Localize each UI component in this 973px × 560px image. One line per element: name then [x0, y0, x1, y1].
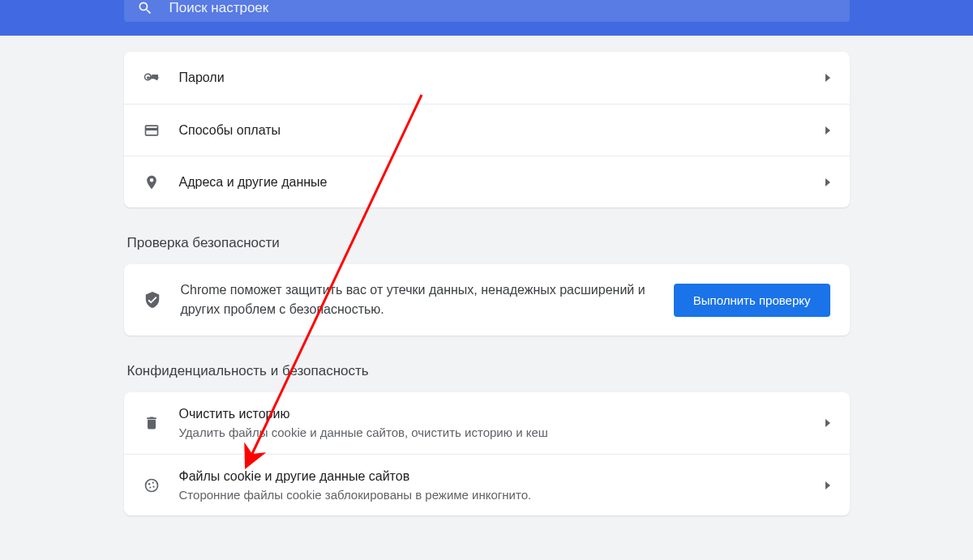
run-safety-check-button[interactable]: Выполнить проверку — [674, 284, 830, 317]
credit-card-icon — [144, 122, 160, 139]
safety-card: Chrome поможет защитить вас от утечки да… — [124, 264, 850, 336]
trash-icon — [144, 415, 160, 431]
svg-point-5 — [152, 485, 154, 487]
shield-check-icon — [144, 291, 161, 309]
row-subtitle: Удалить файлы cookie и данные сайтов, оч… — [179, 425, 825, 441]
cookie-icon — [144, 477, 160, 494]
search-box[interactable] — [124, 0, 850, 22]
row-title: Файлы cookie и другие данные сайтов — [179, 468, 825, 485]
row-title: Адреса и другие данные — [179, 173, 825, 191]
svg-point-0 — [147, 76, 150, 79]
header — [0, 0, 973, 36]
key-icon — [144, 70, 160, 86]
autofill-card: Пароли Способы оплаты Адреса и другие да… — [124, 52, 850, 207]
row-addresses[interactable]: Адреса и другие данные — [124, 156, 850, 207]
chevron-right-icon — [825, 481, 830, 489]
safety-description: Chrome поможет защитить вас от утечки да… — [181, 280, 674, 319]
row-passwords[interactable]: Пароли — [124, 52, 850, 104]
search-input[interactable] — [169, 0, 837, 16]
search-icon — [137, 0, 153, 16]
row-title: Пароли — [179, 69, 825, 87]
location-pin-icon — [144, 174, 160, 190]
chevron-right-icon — [825, 126, 830, 135]
safety-heading: Проверка безопасности — [124, 235, 850, 251]
chevron-right-icon — [825, 74, 830, 82]
row-cookies[interactable]: Файлы cookie и другие данные сайтов Стор… — [124, 454, 850, 515]
svg-point-6 — [149, 486, 151, 488]
chevron-right-icon — [825, 419, 830, 427]
svg-rect-2 — [156, 77, 157, 80]
content: Пароли Способы оплаты Адреса и другие да… — [124, 52, 850, 515]
svg-point-3 — [148, 483, 150, 485]
row-payment[interactable]: Способы оплаты — [124, 104, 850, 156]
chevron-right-icon — [825, 178, 830, 186]
row-title: Очистить историю — [179, 405, 825, 423]
row-clear-history[interactable]: Очистить историю Удалить файлы cookie и … — [124, 392, 850, 454]
row-subtitle: Сторонние файлы cookie заблокированы в р… — [179, 487, 825, 503]
privacy-heading: Конфиденциальность и безопасность — [124, 363, 850, 379]
svg-point-4 — [152, 481, 153, 483]
privacy-card: Очистить историю Удалить файлы cookie и … — [124, 392, 850, 515]
row-title: Способы оплаты — [179, 122, 825, 139]
